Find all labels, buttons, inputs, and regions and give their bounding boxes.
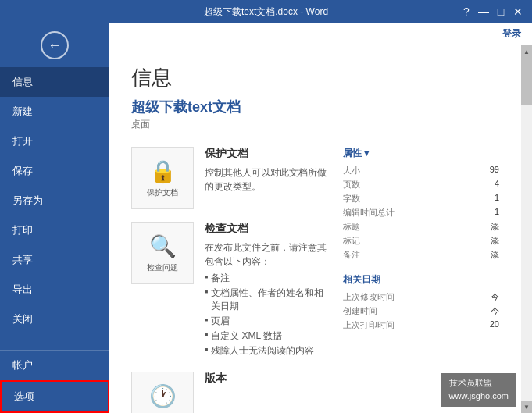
scrollbar[interactable]: ▲ ▼ xyxy=(521,45,532,413)
close-button[interactable]: ✕ xyxy=(510,4,526,20)
sidebar-bottom: 帐户 选项 xyxy=(0,350,109,413)
prop-comment: 备注 添 xyxy=(343,249,499,261)
scroll-down-button[interactable]: ▼ xyxy=(521,401,532,413)
prop-created: 创建时间 今 xyxy=(343,305,499,317)
inspect-icon-label: 检查问题 xyxy=(147,262,178,273)
content-area: 信息 超级下载text文档 桌面 🔒 保护文档 保护文档 xyxy=(109,45,532,413)
sidebar-item-close[interactable]: 关闭 xyxy=(0,304,109,334)
list-item: 残障人士无法阅读的内容 xyxy=(205,344,327,358)
prop-pages: 页数 4 xyxy=(343,179,499,190)
prop-lastmodified-label: 上次修改时间 xyxy=(343,291,395,303)
main-container: ← 信息 新建 打开 保存 另存为 打印 共享 xyxy=(0,23,532,413)
watermark-line1: 技术员联盟 xyxy=(449,376,509,390)
prop-tags-label: 标记 xyxy=(343,235,360,247)
login-area: 登录 xyxy=(109,23,532,45)
sidebar-item-export[interactable]: 导出 xyxy=(0,275,109,304)
content-main: 信息 超级下载text文档 桌面 🔒 保护文档 保护文档 xyxy=(109,45,521,413)
prop-created-label: 创建时间 xyxy=(343,305,377,317)
help-button[interactable]: ? xyxy=(459,4,474,20)
prop-words-label: 字数 xyxy=(343,193,360,205)
prop-pages-value: 4 xyxy=(495,179,499,190)
version-icon: 🕐 xyxy=(149,383,177,409)
version-icon-box[interactable]: 🕐 版本 xyxy=(131,372,194,413)
inspect-title: 检查文档 xyxy=(205,222,327,236)
inspect-icon-box[interactable]: 🔍 检查问题 xyxy=(131,222,194,284)
prop-lastmodified-value: 今 xyxy=(491,291,499,303)
prop-edittime: 编辑时间总计 1 xyxy=(343,207,499,219)
version-card: 🕐 版本 版本 xyxy=(131,372,327,413)
related-dates-section: 相关日期 上次修改时间 今 创建时间 今 上次打印时间 2 xyxy=(343,273,499,331)
prop-title: 标题 添 xyxy=(343,221,499,233)
restore-button[interactable]: □ xyxy=(493,4,509,20)
prop-lastprint-label: 上次打印时间 xyxy=(343,319,395,331)
protect-title: 保护文档 xyxy=(205,147,327,161)
version-title: 版本 xyxy=(205,372,327,386)
info-cards: 🔒 保护文档 保护文档 控制其他人可以对此文档所做的更改类型。 🔍 xyxy=(131,147,327,413)
prop-words: 字数 1 xyxy=(343,193,499,205)
prop-size-label: 大小 xyxy=(343,165,360,176)
sidebar-item-new[interactable]: 新建 xyxy=(0,97,109,126)
sidebar: ← 信息 新建 打开 保存 另存为 打印 共享 xyxy=(0,23,109,413)
inspect-content: 检查文档 在发布此文件之前，请注意其包含以下内容： 备注 文档属性、作者的姓名和… xyxy=(205,222,327,359)
title-bar-controls: ? — □ ✕ xyxy=(396,4,526,20)
prop-lastprint-value: 20 xyxy=(490,319,499,331)
prop-lastmodified: 上次修改时间 今 xyxy=(343,291,499,303)
sidebar-item-print[interactable]: 打印 xyxy=(0,215,109,245)
prop-edittime-value: 1 xyxy=(495,207,499,219)
protect-content: 保护文档 控制其他人可以对此文档所做的更改类型。 xyxy=(205,147,327,194)
prop-pages-label: 页数 xyxy=(343,179,360,190)
list-item: 文档属性、作者的姓名和相关日期 xyxy=(205,287,327,313)
inspect-list: 备注 文档属性、作者的姓名和相关日期 页眉 自定义 XML 数据 残障人士无法阅… xyxy=(205,272,327,358)
version-content: 版本 xyxy=(205,372,327,390)
protect-icon-box[interactable]: 🔒 保护文档 xyxy=(131,147,194,209)
prop-created-value: 今 xyxy=(491,305,499,317)
login-button[interactable]: 登录 xyxy=(502,27,521,41)
sidebar-item-saveas[interactable]: 另存为 xyxy=(0,186,109,215)
list-item: 页眉 xyxy=(205,315,327,328)
protect-desc: 控制其他人可以对此文档所做的更改类型。 xyxy=(205,166,327,194)
prop-lastprint: 上次打印时间 20 xyxy=(343,319,499,331)
back-circle-icon: ← xyxy=(41,31,69,59)
prop-edittime-label: 编辑时间总计 xyxy=(343,207,395,219)
properties-header[interactable]: 属性 ▾ xyxy=(343,147,499,160)
page-title: 信息 xyxy=(131,64,499,91)
scroll-track xyxy=(521,58,532,401)
title-bar: 超级下载text文档.docx - Word ? — □ ✕ xyxy=(0,0,532,23)
sidebar-item-share[interactable]: 共享 xyxy=(0,245,109,275)
prop-tags-value: 添 xyxy=(491,235,499,247)
scroll-up-button[interactable]: ▲ xyxy=(521,45,532,58)
lock-icon: 🔒 xyxy=(149,158,177,184)
related-dates-header: 相关日期 xyxy=(343,273,499,287)
minimize-button[interactable]: — xyxy=(476,4,491,20)
prop-tags: 标记 添 xyxy=(343,235,499,247)
prop-title-label: 标题 xyxy=(343,221,360,233)
protect-card: 🔒 保护文档 保护文档 控制其他人可以对此文档所做的更改类型。 xyxy=(131,147,327,209)
prop-title-value: 添 xyxy=(491,221,499,233)
doc-title: 超级下载text文档 xyxy=(131,98,499,116)
doc-location: 桌面 xyxy=(131,118,499,131)
watermark: 技术员联盟 www.jsgho.com xyxy=(441,373,516,407)
scroll-thumb[interactable] xyxy=(521,58,532,105)
sidebar-nav: 信息 新建 打开 保存 另存为 打印 共享 导出 xyxy=(0,67,109,350)
sidebar-item-options[interactable]: 选项 xyxy=(0,380,109,413)
prop-words-value: 1 xyxy=(495,193,499,205)
list-item: 自定义 XML 数据 xyxy=(205,329,327,343)
prop-size: 大小 99 xyxy=(343,165,499,176)
properties-section: 属性 ▾ 大小 99 页数 4 字数 1 xyxy=(343,147,499,261)
prop-comment-label: 备注 xyxy=(343,249,360,261)
prop-comment-value: 添 xyxy=(491,249,499,261)
watermark-line2: www.jsgho.com xyxy=(449,390,509,404)
sidebar-item-info[interactable]: 信息 xyxy=(0,67,109,97)
sidebar-item-open[interactable]: 打开 xyxy=(0,126,109,156)
content-wrapper: 登录 信息 超级下载text文档 桌面 🔒 保护文档 xyxy=(109,23,532,413)
sidebar-item-account[interactable]: 帐户 xyxy=(0,351,109,380)
sidebar-item-save[interactable]: 保存 xyxy=(0,156,109,186)
prop-size-value: 99 xyxy=(490,165,499,176)
protect-icon-label: 保护文档 xyxy=(147,187,178,198)
inspect-card: 🔍 检查问题 检查文档 在发布此文件之前，请注意其包含以下内容： 备注 文档属性… xyxy=(131,222,327,359)
inspect-desc-intro: 在发布此文件之前，请注意其包含以下内容： xyxy=(205,240,327,269)
back-button[interactable]: ← xyxy=(0,23,109,67)
inspect-icon: 🔍 xyxy=(149,233,177,259)
title-bar-title: 超级下载text文档.docx - Word xyxy=(136,5,396,19)
list-item: 备注 xyxy=(205,272,327,285)
